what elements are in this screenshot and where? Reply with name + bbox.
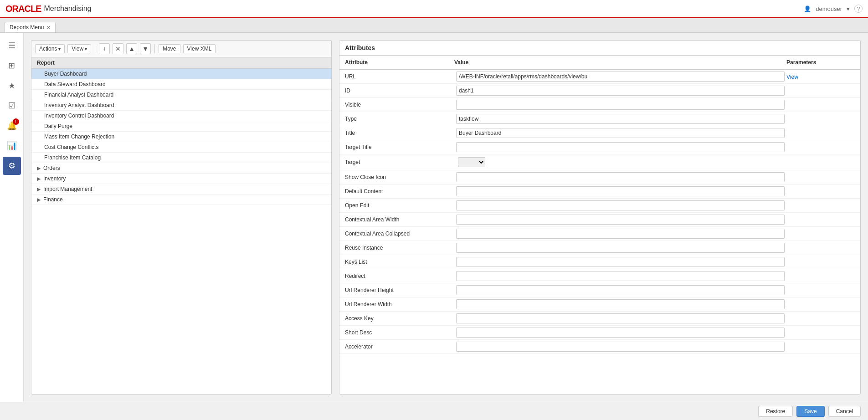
move-down-button[interactable]: ▼ [140,43,151,54]
sidebar-icon-notification[interactable]: 🔔 ! [3,117,21,135]
attr-row-type: Type [339,112,860,126]
attr-row-access-key: Access Key [339,312,860,326]
attr-label-title: Title [345,128,454,138]
attr-label-url-renderer-height: Url Renderer Height [345,286,454,295]
add-button[interactable]: + [99,43,110,54]
attr-input-keys-list[interactable] [456,257,785,267]
tree-toolbar: Actions ▾ View ▾ + ✕ ▲ ▼ Move View XML [31,41,331,57]
attributes-panel: Attributes Attribute Value Parameters UR… [339,40,861,394]
attr-input-id[interactable] [456,86,785,96]
sidebar-icon-grid[interactable]: ⊞ [3,56,21,75]
sidebar-icon-chart[interactable]: 📊 [3,137,21,155]
tree-item-finance[interactable]: ▶ Finance [31,195,331,205]
actions-button[interactable]: Actions ▾ [35,44,65,53]
attr-input-url-renderer-width[interactable] [456,299,785,309]
tab-bar: Reports Menu ✕ [0,18,868,33]
import-management-expand-icon: ▶ [37,186,41,192]
toolbar-divider-2 [154,44,155,53]
orders-expand-icon: ▶ [37,165,41,171]
attr-param-view-link[interactable]: View [786,74,798,80]
actions-label: Actions [39,46,57,52]
attr-col-parameters: Parameters [786,57,855,67]
attr-label-target-title: Target Title [345,143,454,152]
attr-row-open-edit: Open Edit [339,199,860,213]
tree-item-inventory-control[interactable]: Inventory Control Dashboard [31,111,331,121]
attr-row-url: URL View [339,70,860,84]
attr-label-contextual-area-collapsed: Contextual Area Collapsed [345,229,454,238]
attr-label-reuse-instance: Reuse Instance [345,243,454,252]
attr-input-open-edit[interactable] [456,200,785,210]
attr-input-contextual-area-width[interactable] [456,215,785,225]
restore-button[interactable]: Restore [758,406,793,417]
attr-label-access-key: Access Key [345,314,454,323]
tree-item-inventory-analyst[interactable]: Inventory Analyst Dashboard [31,100,331,111]
attr-input-visible[interactable] [456,100,785,110]
tree-header: Report [31,57,331,69]
tree-panel: Actions ▾ View ▾ + ✕ ▲ ▼ Move View XML [31,40,332,394]
attr-row-accelerator: Accelerator [339,340,860,354]
attr-row-short-desc: Short Desc [339,326,860,340]
tree-item-buyer-dashboard[interactable]: Buyer Dashboard [31,69,331,79]
attr-row-redirect: Redirect [339,269,860,283]
tree-item-financial-analyst[interactable]: Financial Analyst Dashboard [31,90,331,100]
move-up-button[interactable]: ▲ [126,43,137,54]
help-icon[interactable]: ? [854,5,863,13]
view-button[interactable]: View ▾ [67,44,91,53]
attr-input-url-renderer-height[interactable] [456,285,785,295]
attr-input-reuse-instance[interactable] [456,243,785,253]
attr-row-visible: Visible [339,98,860,112]
attr-row-keys-list: Keys List [339,255,860,269]
attr-input-contextual-area-collapsed[interactable] [456,229,785,239]
move-label: Move [163,46,176,52]
attr-label-open-edit: Open Edit [345,201,454,210]
attr-input-title[interactable] [456,128,785,138]
sidebar-icon-star[interactable]: ★ [3,77,21,95]
tree-item-franchise[interactable]: Franchise Item Catalog [31,153,331,163]
attributes-body: URL View ID Visible Type [339,70,860,394]
content-area: Actions ▾ View ▾ + ✕ ▲ ▼ Move View XML [24,33,868,402]
view-dropdown-icon: ▾ [85,46,87,51]
sidebar-icon-task[interactable]: ☑ [3,97,21,115]
tree-item-mass-item-change[interactable]: Mass Item Change Rejection [31,132,331,142]
attr-row-reuse-instance: Reuse Instance [339,241,860,255]
attr-input-target-title[interactable] [456,142,785,152]
attr-input-url[interactable] [456,72,785,82]
save-button[interactable]: Save [796,406,824,417]
delete-button[interactable]: ✕ [113,43,123,54]
attr-input-short-desc[interactable] [456,328,785,338]
attr-row-target: Target [339,154,860,170]
sidebar-icon-menu[interactable]: ☰ [3,36,21,55]
attr-select-target[interactable] [458,157,485,167]
sidebar-icon-settings[interactable]: ⚙ [3,157,21,175]
tree-item-inventory[interactable]: ▶ Inventory [31,174,331,184]
toolbar-divider-1 [95,44,95,53]
attr-input-show-close-icon[interactable] [456,172,785,182]
attr-row-default-content: Default Content [339,184,860,199]
attr-input-access-key[interactable] [456,313,785,323]
app-name: Merchandising [44,5,91,13]
attr-input-redirect[interactable] [456,271,785,281]
cancel-button[interactable]: Cancel [828,406,861,417]
tree-item-orders[interactable]: ▶ Orders [31,163,331,174]
tree-content: Report Buyer Dashboard Data Steward Dash… [31,57,331,394]
user-dropdown-icon[interactable]: ▾ [847,5,850,12]
attr-row-url-renderer-height: Url Renderer Height [339,283,860,297]
tree-item-data-steward[interactable]: Data Steward Dashboard [31,79,331,90]
attr-row-contextual-area-collapsed: Contextual Area Collapsed [339,227,860,241]
attr-input-type[interactable] [456,114,785,124]
attr-input-default-content[interactable] [456,186,785,196]
username: demouser [816,5,842,12]
tree-item-import-management[interactable]: ▶ Import Management [31,184,331,195]
attr-input-accelerator[interactable] [456,342,785,352]
tree-item-daily-purge[interactable]: Daily Purge [31,121,331,132]
tab-reports-menu[interactable]: Reports Menu ✕ [5,22,56,32]
attr-label-visible: Visible [345,100,454,109]
tab-close-icon[interactable]: ✕ [46,25,51,31]
move-button[interactable]: Move [159,44,180,53]
view-xml-button[interactable]: View XML [183,44,216,53]
attr-label-short-desc: Short Desc [345,328,454,337]
attr-label-url-renderer-width: Url Renderer Width [345,300,454,309]
tree-item-cost-change[interactable]: Cost Change Conflicts [31,142,331,153]
attr-label-url: URL [345,72,454,81]
attr-row-title: Title [339,126,860,140]
